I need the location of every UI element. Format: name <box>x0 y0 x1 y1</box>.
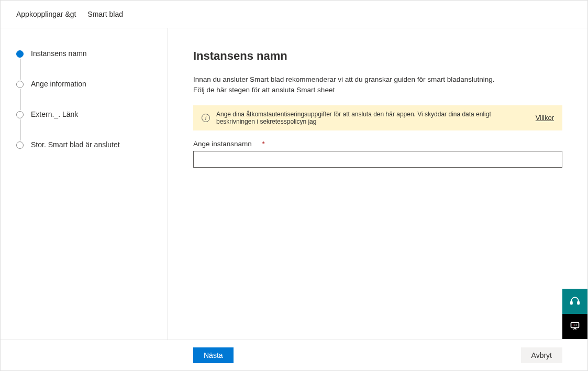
info-icon: i <box>202 114 210 122</box>
info-banner: i Ange dina åtkomstautentiseringsuppgift… <box>193 105 562 130</box>
cancel-button[interactable]: Avbryt <box>521 347 562 363</box>
instance-name-label: Ange instansnamn * <box>193 140 562 148</box>
step-label: Extern._. Länk <box>31 110 78 118</box>
terms-link[interactable]: Villkor <box>536 114 554 122</box>
step-external-link[interactable]: Extern._. Länk <box>16 110 152 140</box>
wizard-steps-sidebar: Instansens namn Ange information Extern.… <box>1 28 168 340</box>
breadcrumb-item-smartblad[interactable]: Smart blad <box>87 10 123 18</box>
instance-name-input[interactable] <box>193 151 562 168</box>
next-button[interactable]: Nästa <box>193 347 234 363</box>
wizard-footer: Nästa Avbryt <box>1 340 587 370</box>
chat-icon <box>570 321 580 333</box>
step-connector-line <box>20 89 20 110</box>
svg-rect-1 <box>578 301 579 304</box>
step-connector-line <box>20 119 20 140</box>
field-label-text: Ange instansnamn <box>193 140 252 148</box>
step-indicator-icon <box>16 111 24 118</box>
info-banner-text: Ange dina åtkomstautentiseringsuppgifter… <box>216 111 525 125</box>
breadcrumb: Appkopplingar &gt Smart blad <box>1 1 587 28</box>
required-indicator: * <box>262 140 265 148</box>
svg-rect-0 <box>571 301 572 304</box>
step-connector-line <box>20 59 20 80</box>
intro-line-1: Innan du ansluter Smart blad rekommender… <box>193 74 562 85</box>
step-enter-information[interactable]: Ange information <box>16 80 152 110</box>
step-instance-name[interactable]: Instansens namn <box>16 49 152 80</box>
main-content: Instansens namn Innan du ansluter Smart … <box>168 28 587 340</box>
feedback-widget[interactable] <box>562 314 587 339</box>
breadcrumb-item-appkopplingar[interactable]: Appkopplingar &gt <box>16 10 76 18</box>
step-label: Instansens namn <box>31 49 87 58</box>
step-indicator-icon <box>16 81 24 88</box>
step-connected[interactable]: Stor. Smart blad är anslutet <box>16 140 152 149</box>
step-label: Ange information <box>31 80 86 88</box>
step-label: Stor. Smart blad är anslutet <box>31 140 120 149</box>
floating-widgets <box>562 289 587 339</box>
intro-text: Innan du ansluter Smart blad rekommender… <box>193 74 562 96</box>
headset-icon <box>570 296 580 308</box>
step-indicator-icon <box>16 50 24 58</box>
step-indicator-icon <box>16 141 24 149</box>
support-widget[interactable] <box>562 289 587 314</box>
intro-line-2: Följ de här stegen för att ansluta Smart… <box>193 85 562 95</box>
page-title: Instansens namn <box>193 49 562 63</box>
